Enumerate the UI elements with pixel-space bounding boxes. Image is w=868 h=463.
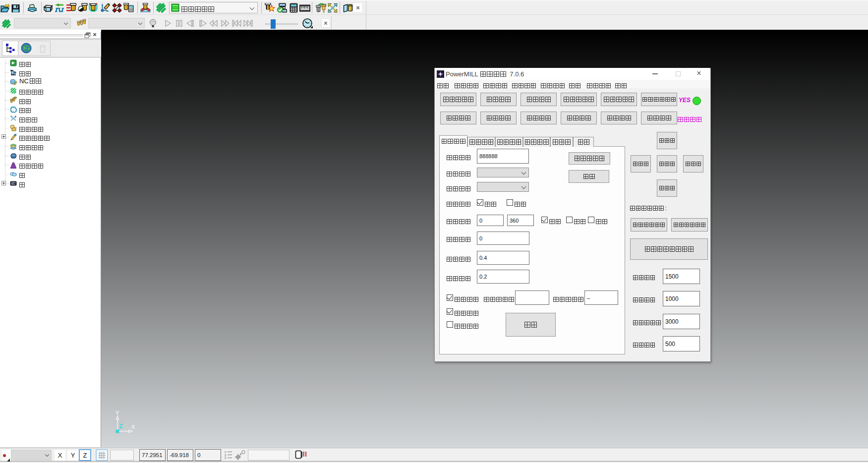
- svg-text:Y: Y: [116, 410, 119, 416]
- svg-text:X: X: [131, 424, 135, 430]
- svg-text:z: z: [225, 456, 226, 459]
- svg-text:Z: Z: [119, 423, 122, 430]
